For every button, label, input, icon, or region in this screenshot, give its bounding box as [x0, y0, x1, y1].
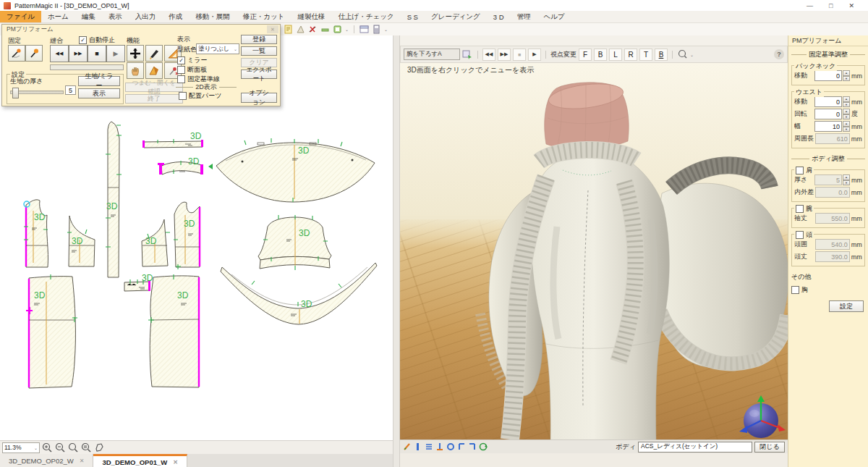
- grid-icon[interactable]: [425, 442, 433, 451]
- fix-pin-button[interactable]: [25, 45, 43, 62]
- tab-3d-demo-op02[interactable]: 3D_DEMO_OP02_W ✕: [0, 454, 93, 467]
- slider-handle[interactable]: [12, 88, 19, 98]
- pinch-tool-button[interactable]: [127, 62, 144, 79]
- menu-file[interactable]: ファイル: [0, 11, 41, 22]
- pencil-tool-button[interactable]: [145, 45, 163, 62]
- tab-3d-demo-op01[interactable]: 3D_DEMO_OP01_W ✕: [93, 454, 187, 467]
- minimize-icon[interactable]: —: [807, 2, 813, 9]
- menu-ss[interactable]: S S: [401, 11, 425, 22]
- menu-io[interactable]: 入出力: [129, 11, 163, 22]
- arm-checkbox[interactable]: [796, 205, 804, 213]
- sim-forward-icon[interactable]: ▶▶: [498, 49, 511, 61]
- apply-pose-icon[interactable]: [462, 49, 473, 59]
- fabric-thickness-slider[interactable]: [10, 91, 64, 94]
- pattern-piece-skirt-left[interactable]: 3D: [26, 274, 77, 388]
- help-icon[interactable]: ?: [774, 49, 784, 59]
- body-select[interactable]: ACS_レディス(セットイン): [638, 442, 752, 453]
- placed-parts-checkbox[interactable]: [179, 92, 187, 100]
- sim-stop-icon[interactable]: ■: [513, 49, 526, 61]
- menu-finish[interactable]: 仕上げ・チェック: [332, 11, 401, 22]
- move-tool-button[interactable]: [127, 45, 144, 62]
- pane-splitter[interactable]: [393, 35, 400, 467]
- dropdown-caret-icon[interactable]: ⌄: [345, 27, 349, 32]
- pose-preset-select[interactable]: 腕を下ろすA: [404, 49, 460, 60]
- zoom-out-icon[interactable]: [54, 442, 66, 453]
- menu-create[interactable]: 作成: [162, 11, 189, 22]
- backneck-move-input[interactable]: 0 ▲▼: [814, 70, 850, 81]
- zoom-fit-icon[interactable]: [80, 442, 92, 453]
- pm-preform-dialog[interactable]: PMプリフォーム ✕ 固定 縫合 ✓ 自動停止 ◀◀ ▶▶ ■ ▶ 設定 生地の…: [1, 24, 281, 106]
- orbit-icon[interactable]: [677, 49, 688, 59]
- sew-forward-button[interactable]: ▶▶: [69, 45, 88, 62]
- document-icon[interactable]: [284, 25, 293, 34]
- tab-close-icon[interactable]: ✕: [173, 459, 178, 466]
- window-icon[interactable]: [359, 25, 369, 34]
- waist-rotate-input[interactable]: 0 ▲▼: [814, 109, 850, 119]
- section-plane-checkbox[interactable]: [177, 66, 185, 74]
- pattern-piece-bodice-back-right[interactable]: 3D: [174, 202, 200, 269]
- fix-needle-button[interactable]: [8, 45, 25, 62]
- monitor-icon[interactable]: [333, 25, 342, 34]
- view-right-button[interactable]: R: [624, 49, 637, 61]
- zoom-area-icon[interactable]: [93, 442, 105, 453]
- sidebar-set-button[interactable]: 設定: [829, 300, 864, 312]
- pattern-piece-skirt-right[interactable]: 3D: [148, 274, 199, 387]
- menu-help[interactable]: ヘルプ: [537, 11, 571, 22]
- options-button[interactable]: オプション: [241, 93, 277, 103]
- refresh-icon[interactable]: [479, 442, 488, 451]
- menu-modify[interactable]: 修正・カット: [237, 11, 292, 22]
- view-top-button[interactable]: T: [639, 49, 652, 61]
- head-checkbox[interactable]: [796, 231, 804, 239]
- zoom-level-select[interactable]: 11.3% ⌄: [2, 442, 40, 453]
- menu-sewing[interactable]: 縫製仕様: [292, 11, 332, 22]
- menu-grading[interactable]: グレーディング: [425, 11, 487, 22]
- flip-corner-icon[interactable]: [468, 442, 477, 451]
- menu-move[interactable]: 移動・展開: [189, 11, 237, 22]
- menu-edit[interactable]: 編集: [75, 11, 102, 22]
- edit-slash-icon[interactable]: [308, 25, 318, 34]
- sim-play-icon[interactable]: ▶: [528, 49, 541, 61]
- dropdown-caret-icon[interactable]: ⌄: [384, 27, 388, 32]
- menu-manage[interactable]: 管理: [511, 11, 537, 22]
- prism-icon[interactable]: [296, 25, 305, 34]
- green-dash-icon[interactable]: [320, 25, 330, 34]
- sew-stop-button[interactable]: ■: [88, 45, 106, 62]
- end-button[interactable]: 終了: [125, 94, 183, 104]
- fold-tool-button[interactable]: [145, 62, 163, 79]
- pinch-open-check-button[interactable]: つまむ・開くを確認: [125, 83, 183, 92]
- dropdown-caret-icon[interactable]: ⌄: [690, 52, 694, 57]
- shoulder-checkbox[interactable]: [796, 167, 804, 174]
- view-left-button[interactable]: L: [609, 49, 622, 61]
- zoom-reset-icon[interactable]: [67, 442, 79, 453]
- sew-rewind-button[interactable]: ◀◀: [50, 45, 69, 62]
- fabric-show-button[interactable]: 表示: [78, 88, 120, 98]
- menu-view[interactable]: 表示: [102, 11, 129, 22]
- tab-close-icon[interactable]: ✕: [80, 458, 85, 464]
- zoom-in-icon[interactable]: [41, 442, 53, 453]
- corner-tool-icon[interactable]: [457, 442, 466, 451]
- register-button[interactable]: 登録: [241, 35, 277, 44]
- view-bottom-button[interactable]: B: [655, 49, 668, 61]
- list-button[interactable]: 一覧: [241, 46, 277, 56]
- auto-stop-checkbox[interactable]: ✓: [79, 36, 87, 44]
- sew-play-button[interactable]: ▶: [106, 45, 125, 62]
- sim-rewind-icon[interactable]: ◀◀: [482, 49, 495, 61]
- close-3d-button[interactable]: 閉じる: [754, 442, 785, 453]
- view-back-button[interactable]: B: [594, 49, 607, 61]
- close-icon[interactable]: ✕: [848, 2, 854, 9]
- waist-move-input[interactable]: 0 ▲▼: [814, 96, 850, 107]
- chest-checkbox[interactable]: [791, 286, 799, 294]
- axis-icon[interactable]: [435, 442, 444, 451]
- export-button[interactable]: エクスポート: [241, 70, 277, 79]
- circle-tool-icon[interactable]: [446, 442, 455, 451]
- dialog-close-icon[interactable]: ✕: [267, 25, 278, 33]
- restore-icon[interactable]: □: [829, 2, 833, 9]
- waist-width-input[interactable]: 10 ▲▼: [814, 121, 850, 132]
- pattern-color-select[interactable]: 塗りつぶし ⌄: [196, 43, 239, 54]
- view-front-button[interactable]: F: [579, 49, 592, 61]
- viewport-3d[interactable]: 3D画面を右クリックでメニューを表示: [400, 63, 788, 439]
- mirror-checkbox[interactable]: ✓: [177, 56, 185, 64]
- pen-tool-icon[interactable]: [403, 442, 412, 451]
- menu-3d[interactable]: 3 D: [487, 11, 511, 22]
- menu-home[interactable]: ホーム: [41, 11, 75, 22]
